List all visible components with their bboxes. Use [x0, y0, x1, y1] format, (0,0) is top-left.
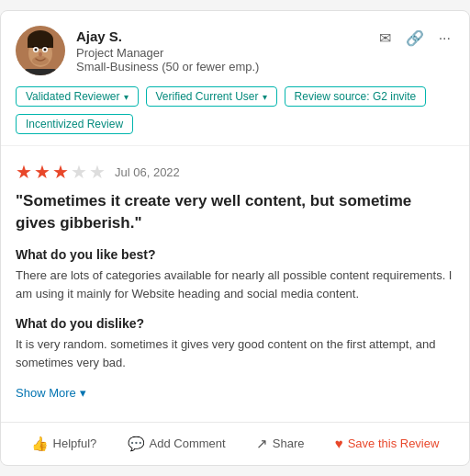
profile-title: Project Manager	[76, 46, 259, 60]
add-comment-button[interactable]: 💬 Add Comment	[120, 432, 233, 456]
profile-info: Ajay S. Project Manager Small-Business (…	[76, 28, 259, 74]
svg-rect-3	[28, 39, 53, 48]
tag-source: Review source: G2 invite	[285, 86, 427, 107]
rating-row: ★ ★ ★ ★ ★ Jul 06, 2022	[16, 161, 454, 183]
share-icon: ↗	[256, 436, 268, 452]
chevron-down-icon: ▾	[263, 92, 267, 102]
section-dislike-label: What do you dislike?	[16, 316, 454, 331]
star-rating: ★ ★ ★ ★ ★	[16, 161, 106, 183]
thumbsup-icon: 👍	[31, 436, 49, 452]
save-review-button[interactable]: ♥ Save this Review	[328, 432, 447, 455]
show-more-chevron-icon: ▾	[80, 386, 86, 400]
avatar	[16, 26, 65, 75]
header-actions: ✉ 🔗 ···	[375, 26, 454, 49]
show-more-label: Show More	[16, 386, 76, 400]
profile-row: Ajay S. Project Manager Small-Business (…	[16, 26, 454, 75]
add-comment-label: Add Comment	[150, 436, 226, 450]
profile-left: Ajay S. Project Manager Small-Business (…	[16, 26, 259, 75]
tags-row: Validated Reviewer ▾ Verified Current Us…	[16, 86, 454, 134]
star-3: ★	[52, 161, 69, 183]
section-dislike-text: It is very random. sometimes it gives ve…	[16, 335, 454, 372]
share-button[interactable]: ↗ Share	[249, 432, 312, 456]
more-button[interactable]: ···	[435, 28, 454, 49]
tag-incentivized-label: Incentivized Review	[26, 118, 123, 130]
svg-point-10	[39, 52, 42, 57]
show-more-button[interactable]: Show More ▾	[16, 386, 86, 400]
review-header: Ajay S. Project Manager Small-Business (…	[1, 11, 469, 146]
tag-validated[interactable]: Validated Reviewer ▾	[16, 86, 139, 107]
profile-name: Ajay S.	[76, 28, 259, 44]
review-footer: 👍 Helpful? 💬 Add Comment ↗ Share ♥ Save …	[1, 422, 469, 465]
profile-company: Small-Business (50 or fewer emp.)	[76, 60, 259, 74]
comment-icon: 💬	[128, 436, 145, 452]
review-card: Ajay S. Project Manager Small-Business (…	[0, 10, 470, 465]
tag-source-label: Review source: G2 invite	[295, 90, 417, 103]
review-body: ★ ★ ★ ★ ★ Jul 06, 2022 "Sometimes it cre…	[1, 146, 469, 421]
section-like-text: There are lots of categories available f…	[16, 266, 454, 303]
tag-current-user[interactable]: Verified Current User ▾	[146, 86, 277, 107]
link-button[interactable]: 🔗	[402, 28, 428, 49]
svg-rect-12	[25, 69, 56, 75]
share-label: Share	[273, 436, 305, 450]
svg-point-11	[32, 56, 49, 65]
svg-point-8	[35, 49, 38, 51]
review-title: "Sometimes it create very well content, …	[16, 190, 454, 234]
chevron-down-icon: ▾	[124, 92, 129, 102]
tag-validated-label: Validated Reviewer	[26, 90, 120, 103]
review-date: Jul 06, 2022	[115, 165, 180, 179]
save-review-label: Save this Review	[348, 436, 440, 450]
helpful-label: Helpful?	[53, 436, 97, 450]
star-1: ★	[16, 161, 32, 183]
star-4: ★	[71, 161, 87, 183]
tag-current-user-label: Verified Current User	[156, 90, 259, 103]
star-2: ★	[34, 161, 50, 183]
section-like-label: What do you like best?	[16, 247, 454, 262]
helpful-button[interactable]: 👍 Helpful?	[24, 432, 105, 456]
svg-point-9	[44, 49, 47, 51]
star-5: ★	[89, 161, 106, 183]
heart-icon: ♥	[335, 436, 343, 451]
mail-button[interactable]: ✉	[375, 28, 395, 49]
tag-incentivized: Incentivized Review	[16, 114, 133, 134]
